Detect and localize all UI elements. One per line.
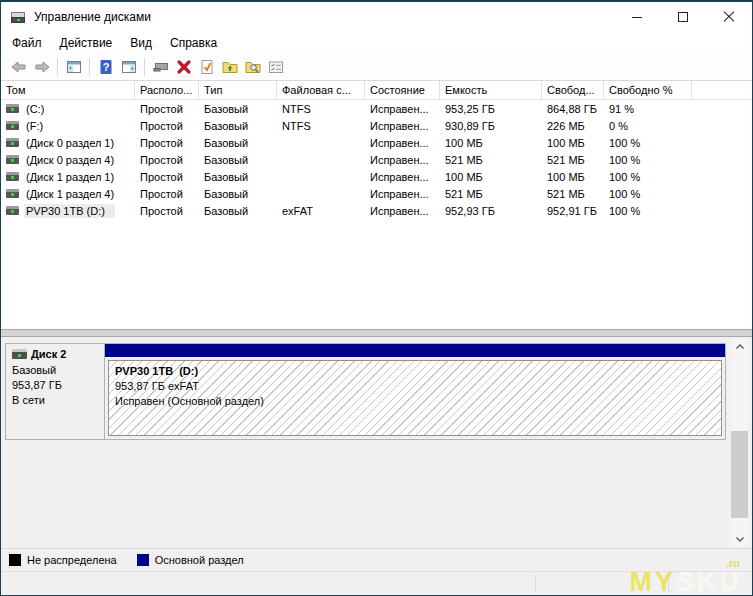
table-row[interactable]: (Диск 0 раздел 1)ПростойБазовыйИсправен.…: [1, 134, 752, 151]
volume-list-pane: ТомРасполо...ТипФайловая с...СостояниеЕм…: [1, 81, 752, 329]
table-row[interactable]: (Диск 0 раздел 4)ПростойБазовыйИсправен.…: [1, 151, 752, 168]
partition-block[interactable]: PVP30 1TB (D:) 953,87 ГБ exFAT Исправен …: [105, 343, 726, 440]
cell-free: 100 МБ: [542, 137, 604, 149]
column-header-type[interactable]: Тип: [199, 81, 277, 99]
cell-type: Базовый: [199, 154, 277, 166]
table-header-row: ТомРасполо...ТипФайловая с...СостояниеЕм…: [1, 81, 752, 100]
forward-button[interactable]: [30, 55, 53, 78]
menu-bar: Файл Действие Вид Справка: [1, 32, 752, 53]
cell-status: Исправен...: [365, 154, 440, 166]
cell-layout: Простой: [135, 137, 199, 149]
forward-icon: [34, 59, 50, 75]
cell-layout: Простой: [135, 205, 199, 217]
toolbar-separator: [89, 58, 90, 76]
minimize-icon: [632, 17, 642, 18]
disk-view-scrollbar[interactable]: [731, 338, 748, 547]
volume-icon: [6, 104, 19, 113]
cell-capacity: 953,25 ГБ: [440, 103, 542, 115]
cell-volume: (F:): [1, 119, 135, 133]
help-button[interactable]: ?: [94, 55, 117, 78]
column-header-capacity[interactable]: Емкость: [440, 81, 542, 99]
disk-management-window: Управление дисками Файл Действие Вид Спр…: [0, 0, 753, 596]
minimize-button[interactable]: [614, 2, 660, 32]
scrollbar-thumb[interactable]: [731, 431, 748, 518]
legend-label-unallocated: Не распределена: [27, 554, 117, 566]
delete-icon: [176, 59, 192, 75]
column-header-free-percent[interactable]: Свободно %: [604, 81, 692, 99]
status-divider: [535, 575, 536, 592]
status-divider: [668, 575, 669, 592]
volume-icon: [6, 138, 19, 147]
check-disk-button[interactable]: [195, 55, 218, 78]
toolbar: ?: [1, 53, 752, 81]
menu-file[interactable]: Файл: [3, 34, 51, 52]
column-header-filesystem[interactable]: Файловая с...: [277, 81, 365, 99]
column-header-volume[interactable]: Том: [1, 81, 135, 99]
partition-color-strip: [105, 344, 725, 357]
chevron-up-icon: [734, 341, 746, 353]
menu-view[interactable]: Вид: [121, 34, 161, 52]
disk-icon: [12, 349, 27, 359]
cell-capacity: 100 МБ: [440, 171, 542, 183]
cell-free: 864,88 ГБ: [542, 103, 604, 115]
menu-action[interactable]: Действие: [51, 34, 122, 52]
menu-help[interactable]: Справка: [161, 34, 226, 52]
scrollbar-track[interactable]: [731, 355, 748, 530]
column-header-layout[interactable]: Располо...: [135, 81, 199, 99]
cell-layout: Простой: [135, 120, 199, 132]
column-header-filler: [692, 81, 752, 99]
cell-free: 226 МБ: [542, 120, 604, 132]
scroll-down-button[interactable]: [731, 530, 748, 547]
table-row[interactable]: (Диск 1 раздел 1)ПростойБазовыйИсправен.…: [1, 168, 752, 185]
volume-led-icon: [11, 176, 14, 179]
scroll-up-button[interactable]: [731, 338, 748, 355]
delete-volume-button[interactable]: [172, 55, 195, 78]
back-button[interactable]: [7, 55, 30, 78]
partition-body[interactable]: PVP30 1TB (D:) 953,87 ГБ exFAT Исправен …: [108, 360, 722, 436]
help-icon: ?: [98, 59, 114, 75]
cell-free-percent: 0 %: [604, 120, 692, 132]
open-button[interactable]: [218, 55, 241, 78]
disk-led-icon: [18, 354, 21, 357]
chevron-down-icon: [734, 533, 746, 545]
volume-label: (Диск 1 раздел 1): [24, 170, 124, 184]
cell-free-percent: 100 %: [604, 137, 692, 149]
column-header-free[interactable]: Свобод...: [542, 81, 604, 99]
explore-folder-icon: [245, 59, 261, 75]
back-icon: [11, 59, 27, 75]
show-console-tree-button[interactable]: [62, 55, 85, 78]
cell-status: Исправен...: [365, 205, 440, 217]
pane-splitter[interactable]: [1, 329, 752, 337]
volume-label: (Диск 0 раздел 4): [24, 153, 124, 167]
explore-button[interactable]: [241, 55, 264, 78]
legend-swatch-unallocated: [9, 554, 21, 566]
table-row[interactable]: PVP30 1TB (D:)ПростойБазовыйexFATИсправе…: [1, 202, 752, 219]
cell-status: Исправен...: [365, 137, 440, 149]
volume-led-icon: [11, 210, 14, 213]
close-button[interactable]: [706, 2, 752, 32]
open-folder-icon: [222, 59, 238, 75]
partition-title: PVP30 1TB (D:): [115, 364, 721, 379]
cell-type: Базовый: [199, 120, 277, 132]
volume-label: (Диск 1 раздел 4): [24, 187, 124, 201]
maximize-button[interactable]: [660, 2, 706, 32]
cell-free: 521 МБ: [542, 154, 604, 166]
table-row[interactable]: (C:)ПростойБазовыйNTFSИсправен...953,25 …: [1, 100, 752, 117]
table-row[interactable]: (Диск 1 раздел 4)ПростойБазовыйИсправен.…: [1, 185, 752, 202]
table-row[interactable]: (F:)ПростойБазовыйNTFSИсправен...930,89 …: [1, 117, 752, 134]
cell-layout: Простой: [135, 154, 199, 166]
legend-label-primary: Основной раздел: [155, 554, 244, 566]
cell-filesystem: NTFS: [277, 103, 365, 115]
show-action-pane-button[interactable]: [117, 55, 140, 78]
cell-layout: Простой: [135, 103, 199, 115]
cell-volume: (Диск 0 раздел 4): [1, 153, 135, 167]
properties-list-icon: [268, 59, 284, 75]
console-tree-icon: [66, 59, 82, 75]
rescan-disks-button[interactable]: [149, 55, 172, 78]
column-header-status[interactable]: Состояние: [365, 81, 440, 99]
disk-status: В сети: [12, 393, 98, 408]
volume-label: (Диск 0 раздел 1): [24, 136, 124, 150]
volume-icon: [6, 121, 19, 130]
disk-header-panel[interactable]: Диск 2 Базовый 953,87 ГБ В сети: [5, 343, 105, 440]
properties-list-button[interactable]: [264, 55, 287, 78]
